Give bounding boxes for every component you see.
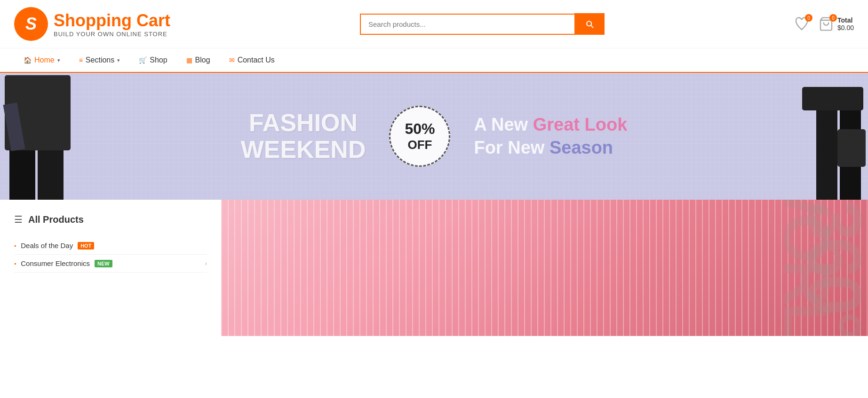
tagline-a-new: A New bbox=[474, 115, 528, 134]
search-icon bbox=[585, 19, 594, 29]
promo-image: 360° WORLD bbox=[221, 200, 868, 336]
tagline-season: Season bbox=[549, 138, 613, 157]
nav-label-contact: Contact Us bbox=[238, 56, 275, 64]
nav-item-shop[interactable]: 🛒 Shop bbox=[129, 48, 176, 73]
nav-item-home[interactable]: 🏠 Home ▾ bbox=[14, 48, 70, 73]
sidebar-list: Deals of the Day HOT Consumer Electronic… bbox=[14, 237, 207, 273]
chevron-down-icon-2: ▾ bbox=[117, 57, 120, 63]
hero-banner: FASHION WEEKEND 50% OFF A New Great Look… bbox=[0, 73, 868, 200]
blog-icon: ▦ bbox=[186, 56, 192, 64]
nav-label-sections: Sections bbox=[86, 56, 114, 64]
discount-circle: 50% OFF bbox=[389, 106, 450, 167]
nav-label-blog: Blog bbox=[195, 56, 210, 64]
grid-icon: ≡ bbox=[79, 56, 83, 64]
tagline-great-look: Great Look bbox=[533, 115, 628, 134]
mail-icon: ✉ bbox=[229, 56, 235, 64]
search-input[interactable] bbox=[360, 14, 574, 35]
nav-label-shop: Shop bbox=[150, 56, 167, 64]
banner-content: FASHION WEEKEND 50% OFF A New Great Look… bbox=[0, 106, 868, 167]
right-model bbox=[786, 75, 868, 200]
logo-text-area: Shopping Cart BUILD YOUR OWN ONLINE STOR… bbox=[54, 11, 170, 38]
discount-percent: 50% bbox=[405, 120, 435, 138]
nav-label-home: Home bbox=[34, 56, 55, 64]
cart-total-label: Total bbox=[837, 16, 852, 24]
logo-icon: S bbox=[14, 7, 48, 41]
hamburger-icon: ☰ bbox=[14, 214, 23, 225]
sidebar-item-label: Deals of the Day bbox=[21, 242, 73, 250]
nav-item-blog[interactable]: ▦ Blog bbox=[177, 48, 220, 73]
fashion-line2: WEEKEND bbox=[241, 136, 366, 163]
cart-badge: 0 bbox=[829, 14, 837, 22]
header-icons: 0 0 Total $0.00 bbox=[794, 16, 854, 31]
sidebar-item-electronics[interactable]: Consumer Electronics NEW › bbox=[14, 255, 207, 273]
search-area bbox=[360, 13, 605, 35]
chevron-down-icon: ▾ bbox=[57, 57, 60, 63]
fashion-line1: FASHION bbox=[241, 109, 366, 136]
logo-letter-s: S bbox=[25, 14, 37, 34]
tagline-text: A New Great Look For New Season bbox=[474, 113, 627, 160]
chevron-right-icon: › bbox=[205, 260, 207, 267]
fashion-text: FASHION WEEKEND bbox=[241, 109, 366, 163]
hot-tag: HOT bbox=[78, 242, 94, 250]
all-products-title: All Products bbox=[28, 214, 84, 225]
tagline-for-new: For New bbox=[474, 138, 544, 157]
sidebar-item-deals[interactable]: Deals of the Day HOT bbox=[14, 237, 207, 255]
logo-area: S Shopping Cart BUILD YOUR OWN ONLINE ST… bbox=[14, 7, 170, 41]
search-button[interactable] bbox=[574, 13, 605, 35]
home-icon: 🏠 bbox=[24, 56, 32, 64]
nav-item-sections[interactable]: ≡ Sections ▾ bbox=[70, 48, 130, 73]
left-model bbox=[0, 75, 78, 200]
shop-cart-icon: 🛒 bbox=[139, 56, 147, 64]
cart-total-value: $0.00 bbox=[837, 24, 854, 31]
bg-text-world: WORLD bbox=[774, 200, 840, 336]
header: S Shopping Cart BUILD YOUR OWN ONLINE ST… bbox=[0, 0, 868, 48]
cart-area[interactable]: 0 Total $0.00 bbox=[819, 16, 854, 31]
all-products-header: ☰ All Products bbox=[14, 214, 207, 225]
nav-item-contact[interactable]: ✉ Contact Us bbox=[220, 48, 284, 73]
wishlist-badge: 0 bbox=[805, 14, 812, 22]
body-section: ☰ All Products Deals of the Day HOT Cons… bbox=[0, 200, 868, 336]
new-tag: NEW bbox=[95, 260, 112, 267]
wishlist-button[interactable]: 0 bbox=[794, 16, 809, 31]
logo-title: Shopping Cart bbox=[54, 11, 170, 31]
cart-total: Total $0.00 bbox=[837, 16, 854, 31]
discount-off: OFF bbox=[407, 138, 432, 152]
promo-banner: 360° WORLD bbox=[221, 200, 868, 336]
cart-icon-button[interactable]: 0 bbox=[819, 16, 834, 31]
navigation: 🏠 Home ▾ ≡ Sections ▾ 🛒 Shop ▦ Blog ✉ Co… bbox=[0, 48, 868, 73]
sidebar: ☰ All Products Deals of the Day HOT Cons… bbox=[0, 200, 221, 336]
nav-list: 🏠 Home ▾ ≡ Sections ▾ 🛒 Shop ▦ Blog ✉ Co… bbox=[14, 48, 854, 72]
logo-subtitle: BUILD YOUR OWN ONLINE STORE bbox=[54, 31, 170, 38]
main-content: 360° WORLD bbox=[221, 200, 868, 336]
sidebar-item-label-electronics: Consumer Electronics bbox=[21, 259, 90, 267]
